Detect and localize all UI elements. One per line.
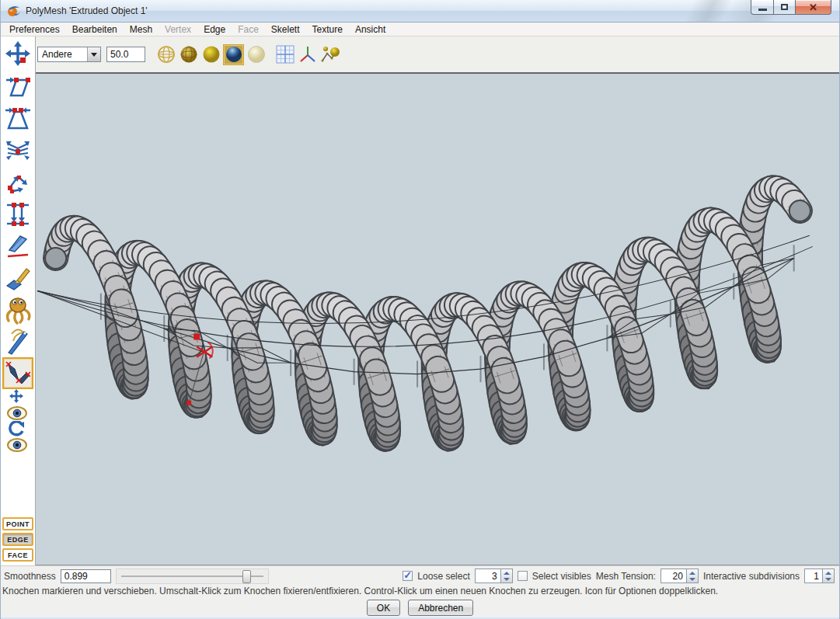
maximize-button[interactable] bbox=[774, 0, 796, 15]
slider-groove bbox=[121, 576, 263, 577]
spinner-arrows[interactable] bbox=[687, 569, 699, 583]
wireframe-sphere-icon bbox=[157, 45, 176, 64]
mode-dropdown[interactable]: Andere bbox=[37, 47, 101, 62]
pan-view-tool[interactable] bbox=[2, 389, 33, 421]
slider-handle[interactable] bbox=[242, 570, 251, 583]
dialog-button-row: OK Abbrechen bbox=[1, 600, 839, 617]
dropdown-button[interactable] bbox=[87, 47, 100, 61]
menu-item-preferences[interactable]: Preferences bbox=[3, 24, 66, 35]
mesh-tension-label: Mesh Tension: bbox=[596, 571, 656, 582]
shaded-textured-display-button[interactable] bbox=[223, 44, 244, 65]
menu-item-edge[interactable]: Edge bbox=[197, 24, 232, 35]
pencil-icon bbox=[5, 264, 30, 292]
viewport-3d[interactable] bbox=[36, 72, 839, 565]
bottom-control-bar: Smoothness Loose select 3 Select visible… bbox=[1, 565, 839, 586]
ok-button[interactable]: OK bbox=[367, 600, 400, 616]
display-mode-buttons bbox=[155, 44, 340, 65]
bend-icon bbox=[5, 137, 30, 165]
menu-item-mesh[interactable]: Mesh bbox=[124, 24, 159, 35]
menu-item-bearbeiten[interactable]: Bearbeiten bbox=[66, 24, 124, 35]
transparent-display-button[interactable] bbox=[246, 44, 267, 65]
face-mode-button[interactable]: FACE bbox=[2, 548, 33, 562]
menu-item-ansicht[interactable]: Ansicht bbox=[349, 24, 392, 35]
spin-down-icon[interactable] bbox=[823, 576, 834, 583]
skeleton-tool[interactable] bbox=[2, 357, 33, 389]
spin-up-icon[interactable] bbox=[501, 569, 512, 576]
rotate-view-icon bbox=[6, 421, 30, 454]
mesh-tension-value[interactable]: 20 bbox=[660, 569, 687, 583]
size-input[interactable] bbox=[106, 47, 145, 62]
menu-item-texture[interactable]: Texture bbox=[306, 24, 349, 35]
spin-up-icon[interactable] bbox=[823, 569, 834, 576]
tool-sidebar: POINT EDGE FACE bbox=[1, 37, 36, 565]
mode-dropdown-value: Andere bbox=[38, 49, 87, 60]
menu-bar: PreferencesBearbeitenMeshVertexEdgeFaceS… bbox=[1, 23, 839, 37]
pan-view-icon bbox=[6, 389, 30, 422]
skew-tool[interactable] bbox=[2, 71, 33, 103]
knife-tool[interactable] bbox=[2, 230, 33, 262]
menu-item-skelett[interactable]: Skelett bbox=[265, 24, 306, 35]
axes-toggle-button[interactable] bbox=[297, 44, 318, 65]
chevron-down-icon bbox=[91, 53, 97, 57]
bend-tool[interactable] bbox=[2, 134, 33, 166]
minimize-button[interactable] bbox=[751, 0, 774, 15]
transparent-sphere-icon bbox=[247, 45, 266, 64]
selection-mode-buttons: POINT EDGE FACE bbox=[1, 517, 35, 562]
select-visibles-label: Select visibles bbox=[532, 571, 591, 582]
shaded-textured-sphere-icon bbox=[225, 46, 242, 63]
menu-item-face: Face bbox=[232, 24, 265, 35]
point-mode-button[interactable]: POINT bbox=[2, 517, 33, 530]
spin-down-icon[interactable] bbox=[687, 576, 698, 583]
grid-toggle-button[interactable] bbox=[274, 44, 295, 65]
loose-select-checkbox[interactable] bbox=[403, 571, 413, 581]
main-content: POINT EDGE FACE Andere bbox=[1, 37, 839, 565]
status-text: Knochen markieren und verschieben. Umsch… bbox=[2, 586, 718, 596]
cancel-button[interactable]: Abbrechen bbox=[408, 600, 473, 616]
grid-icon bbox=[276, 45, 295, 64]
rotate-view-tool[interactable] bbox=[2, 421, 33, 453]
right-panel: Andere bbox=[36, 37, 839, 565]
smoothness-label: Smoothness bbox=[4, 571, 56, 582]
axes-icon bbox=[298, 45, 317, 64]
spin-down-icon[interactable] bbox=[501, 576, 512, 583]
flat-shaded-display-button[interactable] bbox=[178, 44, 199, 65]
pull-icon bbox=[5, 200, 30, 228]
spin-up-icon[interactable] bbox=[687, 569, 698, 576]
interactive-subdivisions-value[interactable]: 1 bbox=[804, 569, 823, 583]
loose-select-spinner: 3 bbox=[475, 569, 513, 583]
interactive-subdivisions-label: Interactive subdivisions bbox=[703, 571, 800, 582]
pencil-create-tool[interactable] bbox=[2, 262, 33, 294]
loose-select-value[interactable]: 3 bbox=[475, 569, 501, 583]
skeleton-toggle-button[interactable] bbox=[319, 44, 340, 65]
smooth-display-button[interactable] bbox=[200, 44, 221, 65]
select-visibles-checkbox[interactable] bbox=[518, 571, 528, 581]
needle-icon bbox=[5, 328, 30, 356]
coil-mesh-scene bbox=[36, 74, 839, 565]
spinner-arrows[interactable] bbox=[501, 569, 513, 583]
needle-tool[interactable] bbox=[2, 325, 33, 357]
random-displace-icon bbox=[5, 169, 30, 196]
pull-tool[interactable] bbox=[2, 198, 33, 230]
bottom-right-controls: Loose select 3 Select visibles Mesh Tens… bbox=[403, 569, 836, 583]
edge-mode-button[interactable]: EDGE bbox=[2, 533, 33, 546]
octopus-deform-tool[interactable] bbox=[2, 294, 33, 325]
skeleton-bones-icon bbox=[5, 360, 30, 387]
move-icon bbox=[5, 41, 30, 69]
spinner-arrows[interactable] bbox=[823, 569, 835, 583]
menu-item-vertex: Vertex bbox=[159, 24, 197, 35]
taper-tool[interactable] bbox=[2, 103, 33, 134]
polymesh-window: PolyMesh 'Extruded Object 1' ✕ Preferenc… bbox=[0, 0, 840, 619]
taper-icon bbox=[5, 105, 30, 133]
close-button[interactable]: ✕ bbox=[796, 0, 831, 15]
random-displace-tool[interactable] bbox=[2, 166, 33, 198]
smoothness-input[interactable] bbox=[61, 569, 111, 583]
move-tool[interactable] bbox=[2, 39, 33, 71]
knife-icon bbox=[5, 232, 30, 260]
smoothness-slider[interactable] bbox=[116, 569, 269, 584]
octopus-icon bbox=[5, 295, 31, 325]
wireframe-display-button[interactable] bbox=[155, 44, 176, 65]
status-bar: Knochen markieren und verschieben. Umsch… bbox=[1, 586, 839, 600]
title-bar: PolyMesh 'Extruded Object 1' ✕ bbox=[1, 0, 839, 23]
interactive-subdivisions-spinner: 1 bbox=[804, 569, 835, 583]
flat-shaded-sphere-icon bbox=[180, 45, 198, 64]
